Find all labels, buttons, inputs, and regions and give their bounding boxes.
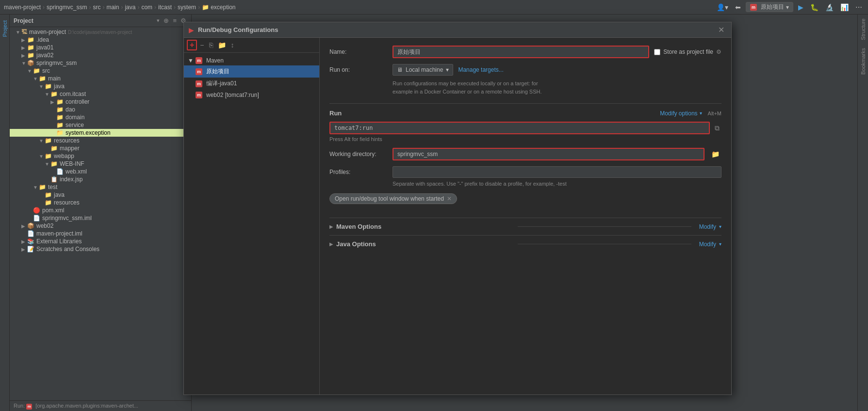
folder-icon: 📁 <box>27 52 34 59</box>
tree-item-webapp[interactable]: ▼ 📁 webapp <box>10 152 191 160</box>
tree-item-springmvc-ssm[interactable]: ▼ 📦 springmvc_ssm <box>10 59 191 67</box>
structure-tab[interactable]: Structure <box>858 15 868 44</box>
local-machine-icon: 🖥 <box>397 66 403 73</box>
more-button[interactable]: ⋯ <box>853 2 864 12</box>
tree-item-index-jsp[interactable]: 📋 index.jsp <box>10 175 191 183</box>
maven-options-arrow: ▶ <box>329 224 333 229</box>
open-tool-window-row: Open run/debug tool window when started … <box>329 193 721 211</box>
item-label: java <box>54 191 65 198</box>
config-item-web02[interactable]: m web02 [tomcat7:run] <box>184 90 319 100</box>
tree-item-web-inf[interactable]: ▼ 📁 WEB-INF <box>10 160 191 168</box>
item-label: system.exception <box>66 129 111 136</box>
sort-config-button[interactable]: ↕ <box>229 40 236 50</box>
breadcrumb-item-3[interactable]: main <box>106 4 119 11</box>
module-icon: 📦 <box>27 222 34 229</box>
expand-button[interactable]: ≡ <box>172 16 178 25</box>
maven-options-modify[interactable]: Modify <box>699 223 716 230</box>
tree-item-com-itcast[interactable]: ▼ 📁 com.itcast <box>10 90 191 98</box>
java-options-header[interactable]: ▶ Java Options Modify ▾ <box>329 240 721 248</box>
config-item-bianyijava01[interactable]: m 编译-java01 <box>184 78 319 90</box>
tree-item-main[interactable]: ▼ 📁 main <box>10 75 191 82</box>
tree-item-idea[interactable]: ▶ 📁 .idea <box>10 36 191 44</box>
tree-item-pom-xml[interactable]: 🔴 pom.xml <box>10 206 191 214</box>
tree-item-dao[interactable]: 📁 dao <box>10 106 191 113</box>
modify-options-arrow: ▾ <box>700 111 702 116</box>
browse-working-dir-button[interactable]: 📁 <box>709 149 721 159</box>
copy-config-button[interactable]: ⎘ <box>207 40 215 50</box>
name-input[interactable] <box>393 46 649 58</box>
modify-options-link[interactable]: Modify options <box>660 110 697 117</box>
collapse-all-button[interactable]: ⊕ <box>163 16 170 25</box>
tree-item-controller[interactable]: ▶ 📁 controller <box>10 98 191 106</box>
tag-label: Open run/debug tool window when started <box>335 195 444 202</box>
gear-icon[interactable]: ⚙ <box>716 48 721 55</box>
run-config-selector[interactable]: m 原始项目 ▾ <box>746 2 793 12</box>
config-group-header-maven[interactable]: ▼ m Maven <box>184 56 319 65</box>
navigate-back-button[interactable]: ⬅ <box>733 2 743 12</box>
panel-header: Project ▾ ⊕ ≡ ⚙ <box>10 15 191 27</box>
tree-item-system-exception[interactable]: 📁 system.exception <box>10 129 191 137</box>
breadcrumb-item-1[interactable]: springmvc_ssm <box>47 4 87 11</box>
tree-item-service[interactable]: 📁 service <box>10 121 191 129</box>
tree-item-external-libs[interactable]: ▶ 📚 External Libraries <box>10 237 191 245</box>
profiles-label: Profiles: <box>329 169 388 175</box>
top-bar: maven-project › springmvc_ssm › src › ma… <box>0 0 868 15</box>
dialog-close-button[interactable]: ✕ <box>716 25 726 34</box>
folder-icon: 📁 <box>45 137 52 144</box>
manage-targets-link[interactable]: Manage targets... <box>458 66 503 73</box>
bookmarks-tab[interactable]: Bookmarks <box>858 44 868 79</box>
user-icon-button[interactable]: 👤▾ <box>715 2 730 12</box>
profiles-input[interactable] <box>393 166 721 178</box>
tree-item-test-resources[interactable]: 📁 resources <box>10 199 191 206</box>
working-dir-input[interactable] <box>393 148 704 160</box>
status-text: Run: m [org.apache.maven.plugins:maven-a… <box>14 403 138 410</box>
java-options-modify[interactable]: Modify <box>699 241 716 248</box>
expand-arrow: ▼ <box>33 185 38 190</box>
tree-item-scratches[interactable]: ▶ 📝 Scratches and Consoles <box>10 245 191 253</box>
tree-item-web02[interactable]: ▶ 📦 web02 <box>10 222 191 230</box>
run-on-select[interactable]: 🖥 Local machine ▾ <box>393 64 453 76</box>
breadcrumb-item-7[interactable]: system <box>178 4 196 11</box>
run-button[interactable]: ▶ <box>796 2 805 12</box>
tag-close-button[interactable]: ✕ <box>447 195 452 202</box>
add-config-button[interactable]: + <box>187 40 197 50</box>
tree-item-web-xml[interactable]: 📄 web.xml <box>10 168 191 175</box>
profile-button[interactable]: 📊 <box>838 2 851 12</box>
maven-status-icon: m <box>26 404 32 410</box>
tree-item-domain[interactable]: 📁 domain <box>10 113 191 121</box>
save-config-button[interactable]: 📁 <box>216 40 228 50</box>
breadcrumb-item-5[interactable]: com <box>141 4 152 11</box>
tree-item-test-java[interactable]: 📁 java <box>10 191 191 199</box>
tree-item-mapper[interactable]: 📁 mapper <box>10 144 191 152</box>
copy-run-cmd-button[interactable]: ⧉ <box>713 123 721 133</box>
remove-config-button[interactable]: − <box>198 40 206 50</box>
tree-item-springmvc-iml[interactable]: 📄 springmvc_ssm.iml <box>10 214 191 222</box>
item-label: java <box>54 83 65 90</box>
run-on-value: Local machine <box>406 66 443 73</box>
panel-dropdown-arrow[interactable]: ▾ <box>157 17 160 24</box>
config-item-yuanshi[interactable]: m 原始项目 <box>184 65 319 78</box>
item-label: domain <box>66 114 84 121</box>
tree-item-java-src[interactable]: ▼ 📁 java <box>10 82 191 90</box>
expand-arrow: ▼ <box>39 84 44 89</box>
tree-item-src[interactable]: ▼ 📁 src <box>10 67 191 75</box>
run-cmd-input[interactable] <box>329 122 710 134</box>
tree-item-test[interactable]: ▼ 📁 test <box>10 183 191 191</box>
folder-icon: 📁 <box>33 67 40 74</box>
maven-options-header[interactable]: ▶ Maven Options Modify ▾ <box>329 223 721 230</box>
coverage-button[interactable]: 🔬 <box>823 2 835 12</box>
tree-item-maven-project[interactable]: ▼ 🏗 maven-project D:\code\javase\maven-p… <box>10 28 191 36</box>
breadcrumb-item-2[interactable]: src <box>93 4 100 11</box>
breadcrumb-item-4[interactable]: java <box>125 4 135 11</box>
tree-item-java02[interactable]: ▶ 📁 java02 <box>10 51 191 59</box>
tree-item-java01[interactable]: ▶ 📁 java01 <box>10 44 191 51</box>
debug-button[interactable]: 🐛 <box>808 2 820 12</box>
breadcrumb-item-6[interactable]: itcast <box>158 4 172 11</box>
project-tab[interactable]: Project <box>0 16 9 41</box>
tree-item-maven-project-iml[interactable]: 📄 maven-project.iml <box>10 230 191 237</box>
folder-icon: 📁 <box>50 160 58 167</box>
store-as-project-checkbox[interactable] <box>654 49 660 55</box>
run-debug-dialog[interactable]: ▶ Run/Debug Configurations ✕ + − ⎘ 📁 ↕ <box>183 22 732 395</box>
tree-item-resources[interactable]: ▼ 📁 resources <box>10 137 191 144</box>
breadcrumb-item-0[interactable]: maven-project <box>4 4 41 11</box>
